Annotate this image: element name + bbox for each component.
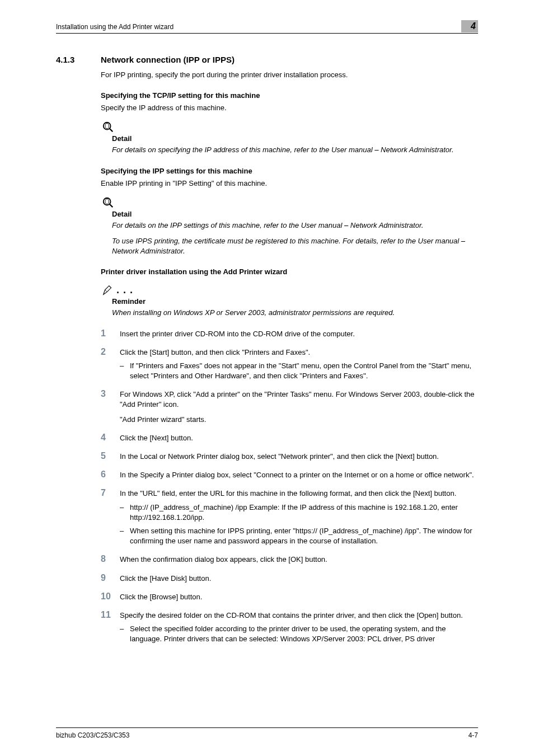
svg-line-6 — [105, 290, 107, 292]
step-text: When the confirmation dialog box appears… — [120, 555, 478, 565]
step-number: 5 — [101, 451, 120, 461]
step-text: In the Specify a Printer dialog box, sel… — [120, 470, 478, 480]
sub-text: If "Printers and Faxes" does not appear … — [130, 361, 478, 381]
step-number: 6 — [101, 469, 120, 480]
step-number: 2 — [101, 347, 120, 357]
breadcrumb: Installation using the Add Printer wizar… — [56, 23, 174, 31]
section-number: 4.1.3 — [56, 55, 101, 64]
install-heading: Printer driver installation using the Ad… — [101, 267, 478, 276]
step-9: 9 Click the [Have Disk] button. — [101, 573, 478, 584]
step-number: 4 — [101, 433, 120, 443]
step-3: 3 For Windows XP, click "Add a printer" … — [101, 389, 478, 410]
step-number: 7 — [101, 488, 120, 498]
footer-left: bizhub C203/C253/C353 — [56, 731, 129, 739]
step-7: 7 In the "URL" field, enter the URL for … — [101, 488, 478, 499]
svg-line-2 — [110, 129, 113, 132]
step-2-sub: – If "Printers and Faxes" does not appea… — [120, 361, 478, 381]
svg-point-4 — [105, 199, 109, 204]
sub-text: http:// (IP_address_of_machine) /ipp Exa… — [130, 503, 478, 523]
step-2: 2 Click the [Start] button, and then cli… — [101, 347, 478, 358]
ipp-heading: Specifying the IPP settings for this mac… — [101, 167, 478, 175]
step-text: Click the [Browse] button. — [120, 592, 478, 602]
step-text: Insert the printer driver CD-ROM into th… — [120, 329, 478, 339]
detail-text: For details on specifying the IP address… — [112, 145, 478, 155]
step-text: Click the [Next] button. — [120, 433, 478, 443]
step-number: 1 — [101, 328, 120, 339]
chapter-box: 4 — [461, 20, 478, 32]
page-footer: bizhub C203/C253/C353 4-7 — [56, 727, 478, 739]
ipp-para: Enable IPP printing in "IPP Setting" of … — [101, 179, 478, 189]
detail-text-2: To use IPPS printing, the certificate mu… — [112, 236, 478, 256]
step-text: Click the [Have Disk] button. — [120, 574, 478, 584]
ellipsis-icon: . . . — [116, 284, 133, 296]
step-text: In the Local or Network Printer dialog b… — [120, 452, 478, 462]
step-8: 8 When the confirmation dialog box appea… — [101, 554, 478, 565]
section-title: Network connection (IPP or IPPS) — [101, 55, 235, 64]
detail-label: Detail — [112, 134, 478, 143]
page-header: Installation using the Add Printer wizar… — [56, 22, 478, 34]
step-11-sub: – Select the specified folder according … — [120, 624, 478, 644]
svg-point-1 — [105, 124, 109, 129]
tcpip-detail-block: Detail For details on specifying the IP … — [101, 121, 478, 155]
step-number: 3 — [101, 389, 120, 399]
svg-line-5 — [110, 204, 113, 208]
step-text: For Windows XP, click "Add a printer" on… — [120, 389, 478, 410]
sub-text: When setting this machine for IPPS print… — [130, 526, 478, 546]
dash-icon: – — [120, 624, 130, 644]
dash-icon: – — [120, 526, 130, 546]
magnifier-icon — [102, 121, 114, 133]
section-intro: For IPP printing, specify the port durin… — [101, 70, 478, 80]
dash-icon: – — [120, 361, 130, 381]
dash-icon: – — [120, 503, 130, 523]
sub-text: Select the specified folder according to… — [130, 624, 478, 644]
detail-text-1: For details on the IPP settings of this … — [112, 220, 478, 231]
step-4: 4 Click the [Next] button. — [101, 433, 478, 443]
step-7-sub-2: – When setting this machine for IPPS pri… — [120, 526, 478, 546]
step-11: 11 Specify the desired folder on the CD-… — [101, 610, 478, 621]
step-number: 10 — [101, 591, 120, 602]
step-text: Click the [Start] button, and then click… — [120, 348, 478, 358]
step-number: 8 — [101, 554, 120, 564]
step-1: 1 Insert the printer driver CD-ROM into … — [101, 328, 478, 339]
reminder-label: Reminder — [112, 297, 478, 306]
step-5: 5 In the Local or Network Printer dialog… — [101, 451, 478, 462]
svg-line-7 — [109, 286, 111, 288]
tcpip-heading: Specifying the TCP/IP setting for this m… — [101, 91, 478, 100]
step-3-cont: "Add Printer wizard" starts. — [120, 415, 478, 425]
step-number: 11 — [101, 610, 120, 620]
ipp-detail-block: Detail For details on the IPP settings o… — [101, 196, 478, 257]
magnifier-icon — [102, 196, 114, 209]
pencil-icon — [102, 284, 114, 296]
step-text: Specify the desired folder on the CD-ROM… — [120, 611, 478, 621]
footer-right: 4-7 — [469, 731, 478, 739]
reminder-text: When installing on Windows XP or Server … — [112, 308, 478, 318]
chapter-number: 4 — [471, 21, 476, 31]
step-10: 10 Click the [Browse] button. — [101, 591, 478, 602]
detail-label: Detail — [112, 210, 478, 218]
step-6: 6 In the Specify a Printer dialog box, s… — [101, 469, 478, 480]
step-number: 9 — [101, 573, 120, 583]
tcpip-para: Specify the IP address of this machine. — [101, 103, 478, 113]
section-heading-row: 4.1.3 Network connection (IPP or IPPS) — [56, 55, 478, 64]
step-7-sub-1: – http:// (IP_address_of_machine) /ipp E… — [120, 503, 478, 523]
step-text: In the "URL" field, enter the URL for th… — [120, 489, 478, 499]
reminder-block: . . . Reminder When installing on Window… — [101, 284, 478, 318]
